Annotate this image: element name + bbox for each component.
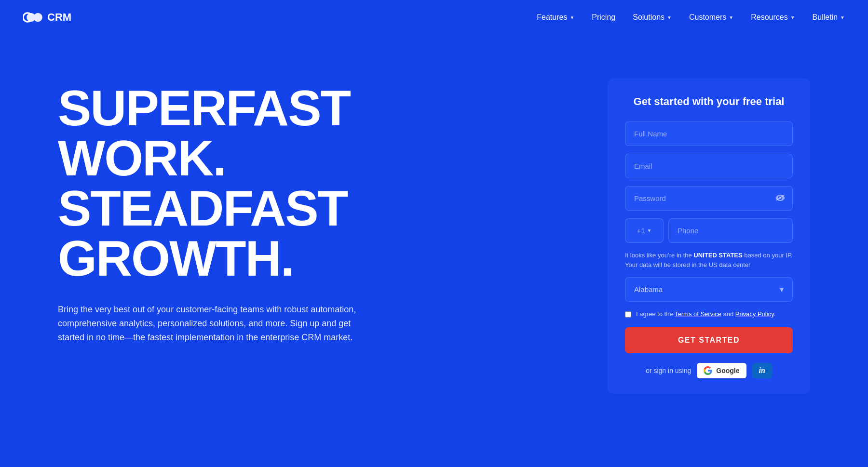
phone-code-selector[interactable]: +1 ▼ bbox=[625, 218, 664, 243]
logo-text: CRM bbox=[47, 11, 71, 24]
nav-item-resources[interactable]: Resources ▼ bbox=[751, 13, 795, 22]
navbar: CRM Features ▼ Pricing Solutions ▼ Custo… bbox=[0, 0, 868, 35]
logo-icon bbox=[23, 11, 42, 24]
chevron-down-icon: ▼ bbox=[729, 15, 733, 20]
phone-input[interactable] bbox=[668, 218, 793, 243]
chevron-down-icon: ▼ bbox=[790, 15, 795, 20]
hero-section: SUPERFAST WORK. STEADFAST GROWTH. Bring … bbox=[0, 35, 868, 467]
geo-notice: It looks like you’re in the UNITED STATE… bbox=[625, 251, 793, 269]
nav-item-bulletin[interactable]: Bulletin ▼ bbox=[813, 13, 845, 22]
nav-item-solutions[interactable]: Solutions ▼ bbox=[633, 13, 672, 22]
state-select[interactable]: Alabama Alaska Arizona Arkansas Californ… bbox=[625, 277, 793, 302]
hero-subtext: Bring the very best out of your customer… bbox=[58, 303, 357, 344]
terms-link[interactable]: Terms of Service bbox=[675, 310, 721, 318]
chevron-down-icon: ▼ bbox=[667, 15, 672, 20]
linkedin-signin-button[interactable]: in bbox=[752, 363, 772, 378]
terms-label[interactable]: I agree to the Terms of Service and Priv… bbox=[636, 310, 775, 318]
terms-checkbox-row: I agree to the Terms of Service and Priv… bbox=[625, 310, 793, 318]
password-input[interactable] bbox=[625, 186, 793, 211]
hero-left: SUPERFAST WORK. STEADFAST GROWTH. Bring … bbox=[58, 73, 386, 344]
phone-code-chevron: ▼ bbox=[647, 228, 652, 233]
chevron-down-icon: ▼ bbox=[570, 15, 574, 20]
signin-row: or sign in using Google in bbox=[625, 363, 793, 378]
logo-link[interactable]: CRM bbox=[23, 11, 71, 24]
email-group bbox=[625, 154, 793, 178]
nav-links: Features ▼ Pricing Solutions ▼ Customers… bbox=[537, 13, 845, 22]
privacy-link[interactable]: Privacy Policy bbox=[735, 310, 774, 318]
google-signin-button[interactable]: Google bbox=[697, 363, 746, 378]
signup-form-card: Get started with your free trial +1 bbox=[608, 78, 810, 394]
hero-right: Get started with your free trial +1 bbox=[608, 78, 810, 394]
nav-item-customers[interactable]: Customers ▼ bbox=[689, 13, 733, 22]
linkedin-icon: in bbox=[759, 366, 765, 375]
full-name-input[interactable] bbox=[625, 121, 793, 146]
form-title: Get started with your free trial bbox=[625, 95, 793, 108]
chevron-down-icon: ▼ bbox=[840, 15, 845, 20]
show-password-icon[interactable] bbox=[775, 194, 785, 203]
password-group bbox=[625, 186, 793, 211]
phone-group: +1 ▼ bbox=[625, 218, 793, 243]
email-input[interactable] bbox=[625, 154, 793, 178]
full-name-group bbox=[625, 121, 793, 146]
hero-headline: SUPERFAST WORK. STEADFAST GROWTH. bbox=[58, 83, 386, 283]
google-icon bbox=[704, 366, 712, 375]
nav-item-pricing[interactable]: Pricing bbox=[592, 13, 615, 22]
state-select-wrapper: Alabama Alaska Arizona Arkansas Californ… bbox=[625, 277, 793, 302]
terms-checkbox[interactable] bbox=[625, 311, 631, 318]
get-started-button[interactable]: GET STARTED bbox=[625, 327, 793, 353]
nav-item-features[interactable]: Features ▼ bbox=[537, 13, 574, 22]
